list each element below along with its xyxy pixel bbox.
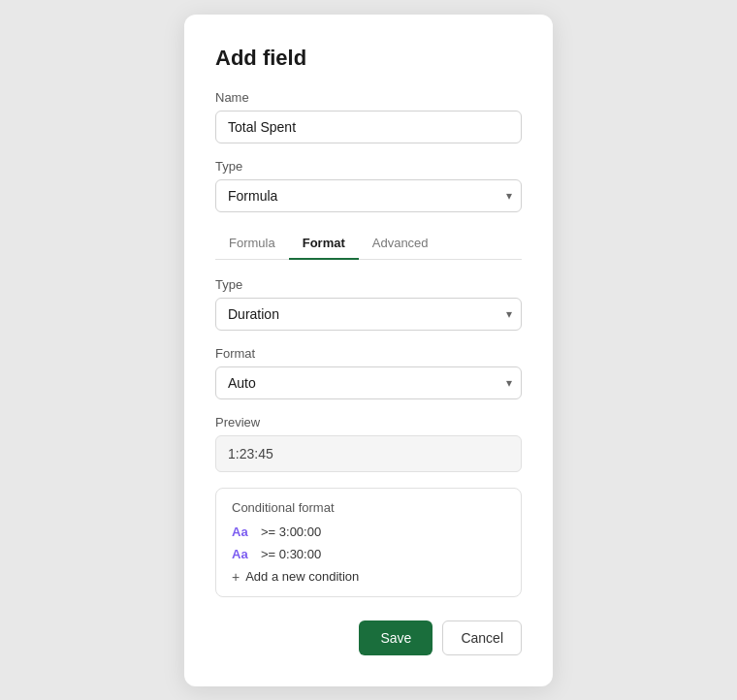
condition-aa-icon-1: Aa	[232, 525, 253, 539]
format-type-label: Type	[215, 277, 522, 292]
tab-format[interactable]: Format	[289, 228, 359, 260]
actions-row: Save Cancel	[215, 620, 522, 655]
format-type-select-wrapper: Duration Number Text Date ▾	[215, 298, 522, 331]
dialog-title: Add field	[215, 46, 522, 71]
type-label: Type	[215, 159, 522, 174]
add-condition-plus-icon: +	[232, 569, 240, 585]
preview-label: Preview	[215, 415, 522, 430]
condition-text-1: >= 3:00:00	[261, 525, 321, 539]
name-input[interactable]	[215, 111, 522, 143]
add-field-dialog: Add field Name Type Formula Text Number …	[184, 15, 553, 686]
condition-row-1[interactable]: Aa >= 3:00:00	[232, 525, 505, 539]
tab-formula[interactable]: Formula	[215, 228, 289, 260]
tab-advanced[interactable]: Advanced	[359, 228, 442, 260]
save-button[interactable]: Save	[359, 620, 433, 655]
cancel-button[interactable]: Cancel	[442, 620, 522, 655]
condition-aa-icon-2: Aa	[232, 547, 253, 561]
name-label: Name	[215, 90, 522, 105]
tabs-row: Formula Format Advanced	[215, 228, 522, 260]
type-select[interactable]: Formula Text Number Date Duration	[215, 179, 522, 212]
format-label: Format	[215, 346, 522, 361]
format-select[interactable]: Auto Short Long	[215, 366, 522, 399]
type-select-wrapper: Formula Text Number Date Duration ▾	[215, 179, 522, 212]
preview-box: 1:23:45	[215, 435, 522, 472]
conditional-format-box: Conditional format Aa >= 3:00:00 Aa >= 0…	[215, 488, 522, 597]
format-type-select[interactable]: Duration Number Text Date	[215, 298, 522, 331]
condition-row-2[interactable]: Aa >= 0:30:00	[232, 547, 505, 561]
conditional-format-title: Conditional format	[232, 500, 505, 515]
condition-text-2: >= 0:30:00	[261, 547, 321, 561]
format-select-wrapper: Auto Short Long ▾	[215, 366, 522, 399]
add-condition-label: Add a new condition	[245, 569, 359, 584]
add-condition-row[interactable]: + Add a new condition	[232, 569, 505, 585]
